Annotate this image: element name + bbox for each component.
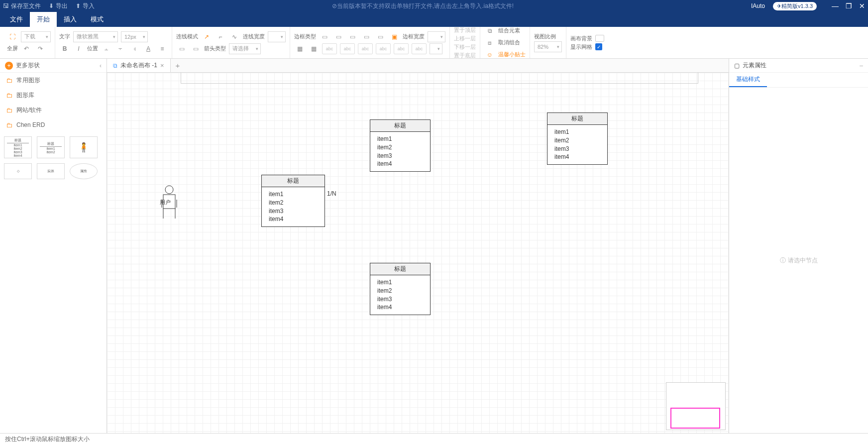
minimap-viewport[interactable] bbox=[670, 408, 720, 429]
align-middle-icon[interactable]: ⫟ bbox=[115, 43, 126, 54]
font-size-select[interactable]: 12px bbox=[121, 31, 148, 42]
actor-label: 用户 bbox=[160, 199, 171, 206]
line-width-select[interactable] bbox=[268, 31, 286, 42]
menu-insert[interactable]: 插入 bbox=[57, 12, 84, 27]
text-style-select[interactable] bbox=[430, 43, 442, 54]
panel-empty-state: ⓘ 请选中节点 bbox=[729, 88, 868, 433]
tips-label[interactable]: 温馨小贴士 bbox=[498, 51, 526, 58]
tab-add-button[interactable]: + bbox=[171, 61, 185, 70]
maximize-icon[interactable]: ❐ bbox=[846, 2, 852, 10]
shape-actor[interactable]: 🧍 bbox=[70, 136, 98, 158]
save-to-file[interactable]: 🖫保存至文件 bbox=[3, 2, 41, 10]
fill-icon[interactable]: ▦ bbox=[294, 43, 305, 54]
textbox4-icon[interactable]: abc bbox=[376, 43, 391, 54]
save-icon: 🖫 bbox=[3, 2, 9, 9]
line-ortho-icon[interactable]: ⌐ bbox=[215, 31, 226, 42]
close-icon[interactable]: ✕ bbox=[859, 2, 865, 10]
entity-box-1[interactable]: 标题 item1item2item3item4 bbox=[261, 175, 325, 227]
shapes-sidebar: + 更多形状 ‹ 🗀常用图形 🗀图形库 🗀网站/软件 🗀Chen ERD 标题 … bbox=[0, 59, 107, 433]
border-dot-icon[interactable]: ▭ bbox=[347, 31, 358, 42]
font-family-select[interactable]: 微软雅黑 bbox=[73, 31, 118, 42]
redo-icon[interactable]: ↷ bbox=[35, 43, 46, 54]
save-label: 保存至文件 bbox=[11, 2, 41, 10]
export-button[interactable]: ⬇导出 bbox=[49, 2, 68, 10]
line-style2-icon[interactable]: ▭ bbox=[190, 43, 201, 54]
zoom-select[interactable]: 82% bbox=[534, 41, 562, 52]
more-shapes-button[interactable]: + 更多形状 ‹ bbox=[0, 59, 107, 73]
fullscreen-icon[interactable]: ⛶ bbox=[7, 31, 18, 42]
info-icon: ⓘ bbox=[780, 256, 786, 265]
minimize-icon[interactable]: — bbox=[832, 2, 839, 10]
panel-tab-basic[interactable]: 基础样式 bbox=[729, 73, 767, 87]
border-highlight-icon[interactable]: ▣ bbox=[389, 31, 400, 42]
menu-start[interactable]: 开始 bbox=[30, 12, 57, 27]
border-color-icon[interactable]: ▦ bbox=[308, 43, 319, 54]
import-label: 导入 bbox=[83, 2, 95, 10]
bold-icon[interactable]: B bbox=[59, 43, 70, 54]
panel-title: 元素属性 bbox=[743, 61, 766, 70]
textbox6-icon[interactable]: abc bbox=[412, 43, 427, 54]
align-top-icon[interactable]: ⫠ bbox=[101, 43, 112, 54]
align-bottom-icon[interactable]: ⫞ bbox=[129, 43, 140, 54]
line-curve-icon[interactable]: ∿ bbox=[229, 31, 240, 42]
layer-down[interactable]: 下移一层 bbox=[454, 43, 476, 51]
cat-common[interactable]: 🗀常用图形 bbox=[0, 73, 107, 88]
border-width-label: 边框宽度 bbox=[403, 33, 425, 40]
tab-untitled[interactable]: ⧉ 未命名画布 -1 × bbox=[107, 59, 171, 72]
view-ratio-label: 视图比例 bbox=[534, 33, 562, 40]
border-solid-icon[interactable]: ▭ bbox=[319, 31, 330, 42]
group-icon[interactable]: ⧉ bbox=[484, 25, 495, 36]
actor-node[interactable]: 用户 bbox=[157, 185, 182, 223]
textbox5-icon[interactable]: abc bbox=[394, 43, 409, 54]
textbox3-icon[interactable]: abc bbox=[358, 43, 373, 54]
box4-title: 标题 bbox=[370, 263, 430, 275]
panel-close-icon[interactable]: – bbox=[860, 62, 863, 69]
download-select[interactable]: 下载 bbox=[21, 31, 51, 42]
layer-top[interactable]: 置于顶层 bbox=[454, 26, 476, 34]
border-double-icon[interactable]: ▭ bbox=[375, 31, 386, 42]
border-width-select[interactable] bbox=[428, 31, 445, 42]
ungroup-icon[interactable]: ⧈ bbox=[484, 37, 495, 48]
tab-close-icon[interactable]: × bbox=[160, 62, 164, 69]
italic-icon[interactable]: I bbox=[73, 43, 84, 54]
notice-text: ⊘当前版本暂不支持双击单独打开文件,请点击左上角导入.ia格式文件! bbox=[95, 2, 751, 10]
textbox1-icon[interactable]: abc bbox=[322, 43, 337, 54]
align-left-icon[interactable]: ≡ bbox=[157, 43, 168, 54]
cat-library[interactable]: 🗀图形库 bbox=[0, 88, 107, 103]
layer-up[interactable]: 上移一层 bbox=[454, 35, 476, 42]
cat-website[interactable]: 🗀网站/软件 bbox=[0, 103, 107, 117]
shape-ellipse[interactable]: 属性 bbox=[70, 163, 98, 179]
bg-color-swatch[interactable] bbox=[595, 35, 604, 42]
import-button[interactable]: ⬆导入 bbox=[76, 2, 95, 10]
entity-box-2[interactable]: 标题 item1item2item3item4 bbox=[370, 119, 431, 172]
line-mode-label: 连线模式 bbox=[176, 33, 198, 40]
entity-box-4[interactable]: 标题 item1item2item3item4 bbox=[370, 263, 431, 315]
canvas[interactable]: 用户 标题 item1item2item3item4 1/N 标题 item1i… bbox=[107, 73, 729, 433]
line-style1-icon[interactable]: ▭ bbox=[176, 43, 187, 54]
line-straight-icon[interactable]: ↗ bbox=[201, 31, 212, 42]
group-label[interactable]: 组合元素 bbox=[498, 27, 520, 34]
textbox2-icon[interactable]: abc bbox=[340, 43, 355, 54]
menu-file[interactable]: 文件 bbox=[3, 12, 30, 27]
border-none-icon[interactable]: ▭ bbox=[361, 31, 372, 42]
cat-chen-erd[interactable]: 🗀Chen ERD bbox=[0, 117, 107, 132]
folder-icon: 🗀 bbox=[6, 77, 12, 84]
panel-icon: ▢ bbox=[734, 62, 740, 69]
collapse-icon[interactable]: ‹ bbox=[100, 62, 102, 69]
shape-diamond[interactable]: ◇ bbox=[4, 163, 32, 179]
menu-mode[interactable]: 模式 bbox=[84, 12, 110, 27]
shape-rect[interactable]: 实体 bbox=[37, 163, 65, 179]
font-color-icon[interactable]: A bbox=[143, 43, 154, 54]
shape-entity-short[interactable]: 标题 item1item2 bbox=[37, 136, 65, 158]
border-dash-icon[interactable]: ▭ bbox=[333, 31, 344, 42]
minimap[interactable] bbox=[666, 382, 726, 430]
show-grid-checkbox[interactable]: ✓ bbox=[595, 43, 602, 50]
shape-entity-tall[interactable]: 标题 item1item2item3item4 bbox=[4, 136, 32, 158]
arrow-select[interactable]: 请选择 bbox=[229, 43, 261, 54]
ungroup-label[interactable]: 取消组合 bbox=[498, 39, 520, 46]
edge-label: 1/N bbox=[326, 190, 337, 197]
fullscreen-label: 全屏 bbox=[7, 45, 18, 52]
undo-icon[interactable]: ↶ bbox=[21, 43, 32, 54]
layer-bottom[interactable]: 置于底层 bbox=[454, 52, 476, 59]
entity-box-3[interactable]: 标题 item1item2item3item4 bbox=[547, 112, 608, 165]
